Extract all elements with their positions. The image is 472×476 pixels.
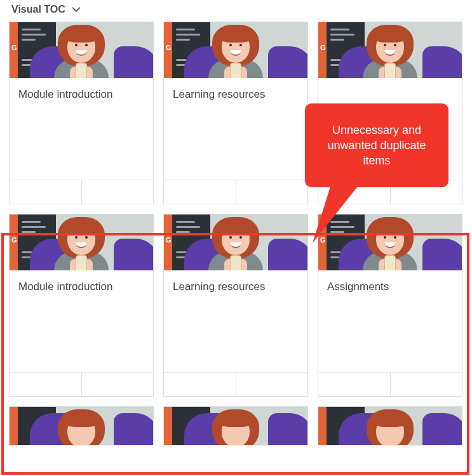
toc-card[interactable] [163, 406, 308, 446]
card-footer-cell [236, 373, 308, 396]
card-footer [10, 372, 153, 396]
card-thumbnail [10, 407, 153, 445]
card-footer-cell [82, 373, 154, 396]
card-thumbnail [164, 407, 307, 445]
toc-card[interactable] [9, 406, 154, 446]
widget-header[interactable]: Visual TOC [0, 0, 472, 22]
card-footer [318, 372, 462, 396]
annotation-callout: Unnecessary and unwanted duplicate items [305, 103, 448, 187]
card-thumbnail: G [164, 215, 307, 270]
card-footer-cell [164, 180, 236, 204]
card-footer-cell [10, 373, 82, 396]
card-footer-cell [164, 373, 236, 396]
card-title: Module introduction [18, 281, 144, 293]
card-footer [10, 180, 153, 204]
annotation-text: Unnecessary and unwanted duplicate items [319, 122, 435, 169]
chevron-down-icon [72, 5, 81, 14]
svg-marker-0 [313, 183, 357, 243]
card-footer-cell [318, 373, 391, 396]
card-footer-cell [391, 373, 462, 396]
card-thumbnail: G [10, 22, 153, 78]
card-title: Module introduction [18, 88, 144, 101]
card-thumbnail [318, 407, 462, 445]
card-title: Learning resources [173, 281, 299, 293]
card-title: Learning resources [173, 88, 299, 101]
card-grid-row-2: G Module introduction G Learning resourc… [0, 214, 472, 397]
card-footer-cell [10, 180, 82, 204]
card-footer-cell [236, 180, 308, 204]
toc-card[interactable] [318, 406, 462, 446]
card-footer [164, 180, 307, 204]
toc-card[interactable]: G Module introduction [9, 22, 154, 204]
card-footer-cell [82, 180, 154, 204]
card-grid-row-3 [0, 406, 472, 446]
widget-title: Visual TOC [11, 4, 65, 15]
toc-card[interactable]: G Learning resources [163, 214, 308, 397]
toc-card[interactable]: G Learning resources [163, 22, 308, 204]
card-footer [164, 372, 307, 396]
card-thumbnail: G [164, 22, 307, 78]
card-thumbnail: G [10, 215, 153, 270]
card-title: Assignments [327, 281, 453, 293]
toc-card[interactable]: G Module introduction [9, 214, 154, 397]
card-thumbnail: G [318, 22, 462, 78]
